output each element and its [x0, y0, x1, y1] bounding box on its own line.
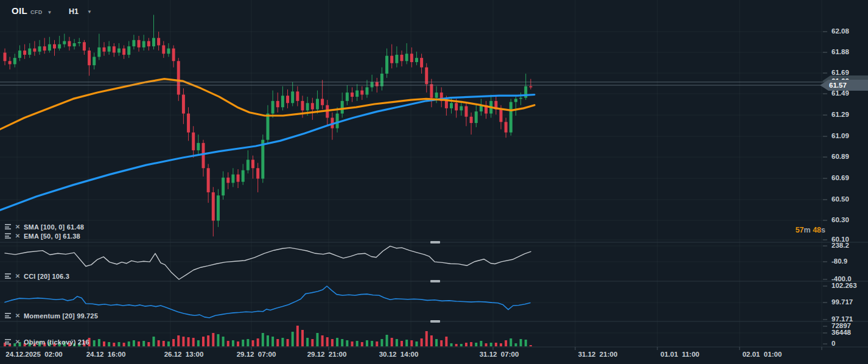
cci-axis-tick: 238.2: [831, 242, 849, 249]
volume-axis-tick: 36448: [831, 329, 851, 336]
indicator-close-icon[interactable]: ✕: [14, 273, 21, 279]
time-axis-tick: 26.12 13:00: [164, 351, 204, 358]
time-axis-tick: 31.12 07:00: [480, 351, 519, 358]
indicator-settings-icon[interactable]: [4, 338, 12, 345]
symbol-selector[interactable]: OIL CFD ▼: [12, 5, 52, 16]
time-axis-tick: 29.12 07:00: [237, 351, 276, 358]
indicator-row-cci: ✕ CCI [20] 106.3: [4, 272, 69, 280]
indicator-close-icon[interactable]: ✕: [14, 223, 21, 230]
indicator-label: CCI [20] 106.3: [24, 273, 69, 280]
time-axis-tick: 02.01 01:00: [743, 351, 782, 358]
price-axis-tick: 61.29: [831, 111, 849, 118]
price-axis-tick: 60.50: [831, 195, 849, 203]
indicator-settings-icon[interactable]: [4, 273, 12, 279]
price-axis-tick: 61.69: [831, 69, 849, 76]
chevron-down-icon: ▼: [47, 10, 52, 15]
chart-canvas[interactable]: [0, 0, 868, 364]
volume-axis-tick: 0: [831, 340, 835, 347]
time-axis-tick: 24.12.2025 02:00: [5, 351, 62, 358]
indicator-row-momentum: ✕ Momentum [20] 99.725: [4, 312, 98, 320]
momentum-axis-tick: 99.717: [831, 298, 853, 306]
indicator-label: EMA [50, 0] 61.38: [24, 233, 80, 240]
price-axis-tick: 62.08: [831, 27, 849, 35]
indicator-close-icon[interactable]: ✕: [14, 338, 21, 345]
indicator-label: Momentum [20] 99.725: [24, 312, 98, 320]
instrument-type-label: CFD: [30, 9, 43, 15]
price-axis-tick: 60.30: [831, 216, 849, 223]
indicator-settings-icon[interactable]: [4, 312, 12, 319]
indicator-settings-icon[interactable]: [4, 223, 12, 230]
momentum-axis-tick: 102.263: [831, 282, 857, 289]
time-axis-tick: 29.12 21:00: [307, 351, 347, 358]
indicator-settings-icon[interactable]: [4, 233, 12, 239]
time-axis-tick: 01.01 11:00: [660, 351, 699, 358]
panel-resize-handle[interactable]: [430, 241, 440, 243]
indicator-close-icon[interactable]: ✕: [14, 312, 21, 319]
chevron-down-icon: ▼: [87, 9, 92, 15]
indicator-row-ema: ✕ EMA [50, 0] 61.38: [4, 232, 80, 240]
cci-axis-tick: -80.9: [831, 257, 847, 265]
time-axis-tick: 31.12 21:00: [578, 351, 618, 358]
indicator-label: SMA [100, 0] 61.48: [24, 223, 84, 231]
panel-resize-handle[interactable]: [430, 320, 440, 323]
candle-countdown-timer: 57m 48s: [796, 226, 825, 234]
indicator-row-sma: ✕ SMA [100, 0] 61.48: [4, 223, 84, 231]
price-axis-tick: 60.69: [831, 174, 849, 181]
indicator-row-volume: ✕ Objem (tickový) 216: [4, 338, 89, 346]
timeframe-label: H1: [69, 7, 79, 16]
time-axis-tick: 24.12 16:00: [86, 351, 126, 358]
time-axis-tick: 30.12 14:00: [379, 351, 419, 358]
price-axis-tick: 60.89: [831, 153, 849, 160]
indicator-close-icon[interactable]: ✕: [14, 233, 21, 239]
bid-price-badge: 61.57: [820, 80, 868, 91]
symbol-name: OIL: [12, 5, 27, 16]
trading-platform-chart: OIL CFD ▼ H1 ▼ ✕ SMA [100, 0] 61.48 ✕ EM…: [0, 0, 868, 364]
price-axis-tick: 61.88: [831, 48, 849, 55]
indicator-label: Objem (tickový) 216: [24, 338, 89, 346]
panel-resize-handle[interactable]: [430, 280, 440, 282]
price-axis-tick: 61.09: [831, 132, 849, 139]
timeframe-selector[interactable]: H1 ▼: [69, 7, 92, 16]
